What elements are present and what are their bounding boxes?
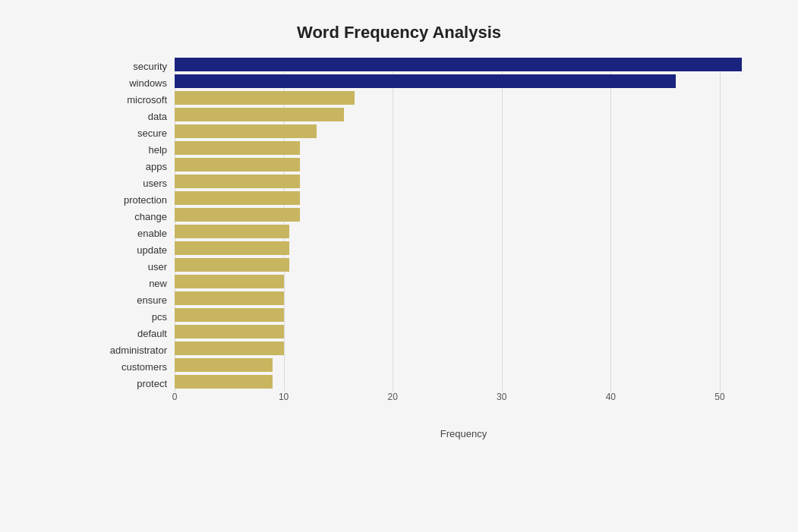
bar-fill-administrator [175, 342, 284, 355]
x-tick: 50 [714, 392, 724, 402]
bar-fill-security [175, 58, 742, 71]
x-tick: 30 [497, 392, 506, 402]
bar-fill-pcs [175, 308, 284, 322]
bar-fill-secure [175, 124, 317, 138]
plot-area [175, 58, 752, 392]
y-label: pcs [91, 308, 175, 325]
x-ticks-row: 01020304050 [175, 392, 752, 407]
y-label: windows [91, 74, 175, 91]
x-axis-label: Frequency [175, 428, 752, 439]
bar-row [175, 141, 752, 158]
x-tick: 20 [387, 392, 397, 402]
y-label: change [91, 208, 175, 225]
bar-row [175, 108, 752, 124]
bar-row [175, 258, 752, 275]
x-tick: 40 [606, 392, 616, 402]
bar-row [175, 342, 752, 358]
bar-fill-update [175, 241, 289, 255]
bar-fill-protect [175, 375, 273, 389]
y-label: new [91, 275, 175, 291]
y-label: secure [91, 124, 175, 141]
y-label: protection [91, 191, 175, 208]
y-label: apps [91, 158, 175, 175]
y-label: security [91, 58, 175, 74]
bar-fill-help [175, 141, 300, 155]
bar-fill-apps [175, 158, 300, 172]
chart-inner: securitywindowsmicrosoftdatasecurehelpap… [91, 58, 752, 392]
bar-row [175, 74, 752, 91]
bar-row [175, 325, 752, 342]
y-label: update [91, 241, 175, 258]
x-tick: 10 [279, 392, 289, 402]
y-labels: securitywindowsmicrosoftdatasecurehelpap… [91, 58, 175, 392]
y-label: microsoft [91, 91, 175, 108]
bar-fill-change [175, 208, 300, 222]
bar-fill-data [175, 108, 344, 121]
chart-container: Word Frequency Analysis securitywindowsm… [0, 0, 798, 532]
bar-row [175, 225, 752, 241]
bar-fill-customers [175, 358, 273, 372]
x-tick: 0 [172, 392, 178, 402]
y-label: help [91, 141, 175, 158]
y-label: default [91, 325, 175, 342]
bar-fill-default [175, 325, 284, 338]
y-label: data [91, 108, 175, 124]
bar-row [175, 158, 752, 175]
bar-fill-new [175, 275, 284, 288]
y-label: ensure [91, 291, 175, 308]
bar-row [175, 208, 752, 225]
bar-row [175, 358, 752, 375]
bar-row [175, 308, 752, 325]
y-label: protect [91, 375, 175, 392]
bar-row [175, 124, 752, 141]
bar-row [175, 58, 752, 74]
bar-fill-users [175, 175, 300, 188]
bar-row [175, 275, 752, 291]
bar-fill-user [175, 258, 289, 272]
bar-row [175, 91, 752, 108]
y-label: user [91, 258, 175, 275]
bar-fill-protection [175, 191, 300, 205]
bar-row [175, 175, 752, 191]
bar-row [175, 291, 752, 308]
bar-row [175, 375, 752, 392]
bottom-section: 01020304050 Frequency [175, 392, 752, 437]
y-label: users [91, 175, 175, 191]
y-label: enable [91, 225, 175, 241]
bar-fill-windows [175, 74, 676, 88]
bar-fill-enable [175, 225, 289, 238]
bar-fill-ensure [175, 291, 284, 305]
bar-row [175, 241, 752, 258]
y-label: customers [91, 358, 175, 375]
chart-title: Word Frequency Analysis [46, 23, 752, 42]
bar-fill-microsoft [175, 91, 355, 105]
y-label: administrator [91, 342, 175, 358]
bar-row [175, 191, 752, 208]
